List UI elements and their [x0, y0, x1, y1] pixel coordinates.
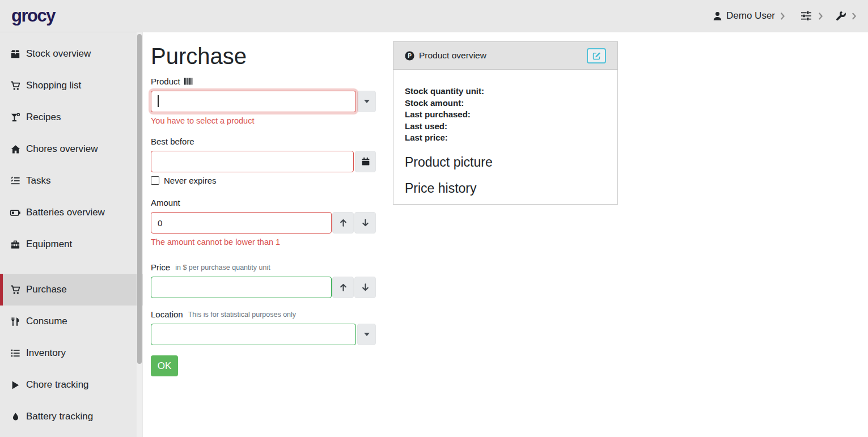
shopping-cart-icon [10, 285, 21, 295]
never-expires-label: Never expires [164, 176, 217, 185]
last-used-label: Last used: [405, 121, 606, 133]
droplet-icon [10, 412, 21, 422]
sidebar-item-label: Consume [26, 316, 67, 327]
sidebar-item-label: Equipment [26, 239, 72, 250]
arrow-down-icon [361, 283, 370, 292]
amount-increment-button[interactable] [332, 212, 354, 234]
caret-down-icon [364, 100, 370, 103]
price-decrement-button[interactable] [354, 277, 376, 298]
arrow-up-icon [339, 283, 348, 292]
amount-label-row: Amount [151, 198, 384, 207]
header-right-menu: Demo User [713, 10, 857, 22]
sidebar-item-stock-overview[interactable]: Stock overview [0, 38, 143, 70]
product-overview-header: P Product overview [393, 42, 617, 70]
calendar-button[interactable] [355, 151, 376, 172]
never-expires-checkbox[interactable] [151, 176, 159, 185]
sidebar-item-label: Batteries overview [26, 207, 105, 218]
stock-amount-label: Stock amount: [405, 97, 606, 109]
sidebar-item-tasks[interactable]: Tasks [0, 165, 143, 197]
product-overview-card: P Product overview Stock quantity unit: … [393, 41, 618, 205]
main-content: Purchase Product You have to select a pr… [143, 32, 868, 437]
admin-menu[interactable] [835, 10, 846, 22]
product-overview-title: Product overview [419, 50, 486, 61]
sidebar-item-label: Inventory [26, 347, 66, 359]
sidebar-scrollbar-thumb[interactable] [137, 34, 142, 364]
sidebar-item-label: Chores overview [26, 143, 98, 155]
shopping-cart-icon [10, 81, 21, 91]
product-input[interactable] [151, 91, 356, 112]
edit-product-button[interactable] [587, 48, 606, 63]
sidebar-item-label: Tasks [26, 175, 50, 186]
last-price-label: Last price: [405, 132, 606, 144]
chevron-right-icon[interactable] [818, 12, 823, 20]
cocktail-icon [10, 113, 21, 122]
tasks-icon [10, 176, 21, 185]
product-label: Product [151, 77, 180, 86]
sidebar-item-label: Battery tracking [26, 411, 93, 422]
user-icon [713, 11, 722, 21]
price-history-heading: Price history [405, 181, 606, 196]
sidebar-item-recipes[interactable]: Recipes [0, 101, 143, 133]
sidebar-item-inventory[interactable]: Inventory [0, 337, 143, 369]
amount-decrement-button[interactable] [354, 212, 376, 234]
text-cursor [158, 95, 159, 107]
svg-text:P: P [408, 53, 412, 59]
location-hint: This is for statistical purposes only [188, 311, 296, 319]
battery-icon [10, 209, 21, 217]
amount-error-text: The amount cannot be lower than 1 [151, 237, 384, 247]
best-before-label-row: Best before [151, 137, 384, 146]
location-label: Location [151, 309, 183, 319]
chevron-right-icon[interactable] [780, 12, 785, 20]
sidebar-item-chore-tracking[interactable]: Chore tracking [0, 369, 143, 401]
arrow-up-icon [339, 218, 348, 227]
play-icon [10, 380, 21, 390]
product-overview-body: Stock quantity unit: Stock amount: Last … [393, 70, 617, 205]
sidebar-item-label: Purchase [26, 284, 67, 295]
user-menu[interactable]: Demo User [713, 10, 775, 22]
location-input[interactable] [151, 324, 356, 345]
best-before-label: Best before [151, 137, 194, 146]
sidebar-item-label: Stock overview [26, 48, 91, 60]
sidebar-item-purchase[interactable]: Purchase [0, 274, 143, 306]
price-input[interactable] [151, 277, 332, 298]
price-increment-button[interactable] [332, 277, 354, 298]
toolbox-icon [10, 240, 21, 249]
sidebar-item-label: Recipes [26, 112, 61, 123]
caret-down-icon [364, 333, 370, 336]
settings-menu[interactable] [799, 11, 813, 21]
location-label-row: Location This is for statistical purpose… [151, 309, 384, 319]
purchase-form: Purchase Product You have to select a pr… [143, 32, 392, 383]
sidebar-item-shopping-list[interactable]: Shopping list [0, 70, 143, 101]
product-error-text: You have to select a product [151, 116, 384, 125]
barcode-icon[interactable] [184, 78, 193, 85]
sidebar-item-battery-tracking[interactable]: Battery tracking [0, 401, 143, 432]
product-dropdown-button[interactable] [357, 91, 376, 112]
user-label: Demo User [726, 10, 775, 22]
home-icon [10, 145, 21, 154]
edit-pencil-icon [592, 52, 601, 60]
arrow-down-icon [361, 218, 370, 227]
sidebar-item-chores-overview[interactable]: Chores overview [0, 133, 143, 165]
last-purchased-label: Last purchased: [405, 109, 606, 121]
chevron-right-icon[interactable] [852, 12, 857, 20]
top-header: grocy Demo User [0, 0, 868, 32]
location-dropdown-button[interactable] [357, 324, 376, 345]
sidebar-item-consume[interactable]: Consume [0, 306, 143, 337]
sidebar-nav: Stock overview Shopping list Recipes Cho… [0, 32, 143, 437]
app-logo[interactable]: grocy [11, 6, 55, 26]
product-picture-heading: Product picture [405, 155, 606, 170]
page-title: Purchase [151, 43, 384, 70]
price-label-row: Price in $ per purchase quantity unit [151, 262, 384, 272]
sliders-icon [799, 11, 813, 21]
sidebar-scrollbar-track[interactable] [137, 32, 142, 437]
wrench-icon [835, 10, 846, 22]
product-label-row: Product [151, 77, 384, 86]
amount-input[interactable] [151, 212, 332, 234]
sidebar-item-equipment[interactable]: Equipment [0, 228, 143, 260]
ok-button[interactable]: OK [151, 355, 178, 376]
price-hint: in $ per purchase quantity unit [175, 264, 270, 271]
price-label: Price [151, 262, 170, 272]
sidebar-item-batteries-overview[interactable]: Batteries overview [0, 197, 143, 228]
product-circle-icon: P [405, 51, 414, 61]
best-before-input[interactable] [151, 151, 354, 172]
